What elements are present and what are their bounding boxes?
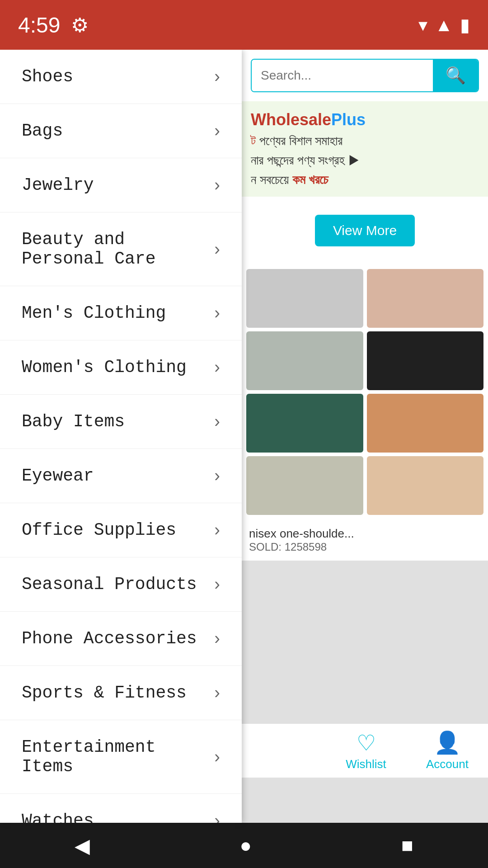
chevron-phone-icon: › — [214, 629, 220, 648]
product-sold: SOLD: 1258598 — [249, 541, 481, 553]
chevron-entertainment-icon: › — [214, 747, 220, 767]
sidebar-item-office-label: Office Supplies — [22, 520, 176, 540]
banner-text-3: ন সবচেয়ে কম খরচে — [251, 173, 479, 188]
chevron-sports-icon: › — [214, 683, 220, 703]
chevron-bags-icon: › — [214, 121, 220, 141]
sidebar-item-entertainment-label: Entertainment Items — [22, 737, 214, 776]
sidebar-item-beauty[interactable]: Beauty and Personal Care › — [0, 212, 242, 286]
battery-icon: ▮ — [460, 14, 470, 35]
search-input[interactable] — [252, 60, 433, 91]
chevron-eyewear-icon: › — [214, 466, 220, 486]
sidebar-item-sports-fitness[interactable]: Sports & Fitness › — [0, 666, 242, 720]
view-more-button[interactable]: View More — [315, 215, 415, 246]
right-panel: 🔍 WholesalePlus ট পণ্যের বিশাল সমাহার না… — [242, 50, 488, 823]
chevron-seasonal-icon: › — [214, 575, 220, 594]
back-button[interactable]: ◀ — [75, 834, 90, 857]
sidebar-item-phone-label: Phone Accessories — [22, 629, 197, 648]
banner-area: WholesalePlus ট পণ্যের বিশাল সমাহার নার … — [242, 101, 488, 197]
product-card[interactable]: nisex one-shoulde... SOLD: 1258598 — [242, 519, 488, 561]
product-image-8 — [367, 456, 484, 515]
sidebar-item-shoes-label: Shoes — [22, 67, 73, 86]
sidebar-item-beauty-label: Beauty and Personal Care — [22, 230, 214, 269]
product-image-5 — [246, 394, 363, 453]
chevron-office-icon: › — [214, 520, 220, 540]
sidebar-drawer: Shoes › Bags › Jewelry › Beauty and Pers… — [0, 50, 242, 823]
sidebar-item-mens-label: Men's Clothing — [22, 303, 166, 323]
sidebar-item-office-supplies[interactable]: Office Supplies › — [0, 503, 242, 557]
sidebar-item-bags-label: Bags — [22, 121, 63, 141]
sidebar-item-womens-label: Women's Clothing — [22, 358, 187, 377]
sidebar-item-baby-items[interactable]: Baby Items › — [0, 395, 242, 449]
bottom-nav: ♡ Wishlist 👤 Account — [242, 723, 488, 778]
product-title: nisex one-shoulde... — [249, 527, 481, 541]
account-label: Account — [426, 757, 469, 771]
sidebar-item-mens-clothing[interactable]: Men's Clothing › — [0, 286, 242, 340]
brand-logo: WholesalePlus — [251, 110, 479, 129]
status-right: ▾ ▲ ▮ — [418, 14, 470, 35]
chevron-beauty-icon: › — [214, 240, 220, 259]
sidebar-item-phone-accessories[interactable]: Phone Accessories › — [0, 612, 242, 666]
sidebar-item-watches[interactable]: Watches › — [0, 794, 242, 823]
sidebar-item-eyewear-label: Eyewear — [22, 466, 94, 486]
chevron-mens-icon: › — [214, 303, 220, 323]
sidebar-item-entertainment[interactable]: Entertainment Items › — [0, 720, 242, 794]
wishlist-icon: ♡ — [357, 730, 376, 755]
product-image-7 — [246, 456, 363, 515]
account-icon: 👤 — [434, 730, 461, 755]
chevron-jewelry-icon: › — [214, 175, 220, 195]
status-bar: 4:59 ⚙ ▾ ▲ ▮ — [0, 0, 488, 50]
search-button[interactable]: 🔍 — [433, 60, 478, 91]
sidebar-item-watches-label: Watches — [22, 811, 94, 823]
sidebar-item-jewelry-label: Jewelry — [22, 175, 94, 195]
sidebar-item-sports-label: Sports & Fitness — [22, 683, 187, 703]
sidebar-item-jewelry[interactable]: Jewelry › — [0, 158, 242, 212]
sidebar-item-shoes[interactable]: Shoes › — [0, 50, 242, 104]
product-image-3 — [246, 331, 363, 390]
search-area: 🔍 — [242, 50, 488, 101]
status-time: 4:59 — [18, 13, 60, 38]
chevron-baby-icon: › — [214, 412, 220, 431]
chevron-womens-icon: › — [214, 358, 220, 377]
android-navbar: ◀ ● ■ — [0, 823, 488, 868]
search-icon: 🔍 — [446, 66, 466, 85]
product-image-6 — [367, 394, 484, 453]
sidebar-item-seasonal-label: Seasonal Products — [22, 575, 197, 594]
product-image-1 — [246, 269, 363, 328]
recent-button[interactable]: ■ — [401, 834, 413, 857]
wifi-icon: ▾ — [418, 14, 427, 35]
banner-text-1: ট পণ্যের বিশাল সমাহার — [251, 134, 479, 149]
product-image-4 — [367, 331, 484, 390]
search-bar: 🔍 — [251, 59, 479, 92]
wishlist-label: Wishlist — [346, 757, 386, 771]
settings-icon: ⚙ — [71, 14, 89, 37]
sidebar-item-baby-label: Baby Items — [22, 412, 125, 431]
sidebar-item-womens-clothing[interactable]: Women's Clothing › — [0, 340, 242, 395]
sidebar-item-bags[interactable]: Bags › — [0, 104, 242, 158]
product-image-2 — [367, 269, 484, 328]
product-grid — [242, 264, 488, 519]
nav-wishlist[interactable]: ♡ Wishlist — [325, 724, 407, 778]
chevron-shoes-icon: › — [214, 67, 220, 86]
banner-text-2: নার পছন্দের পণ্য সংগ্রহ ▶ — [251, 153, 479, 168]
signal-icon: ▲ — [435, 15, 453, 35]
status-left: 4:59 ⚙ — [18, 13, 89, 38]
home-button[interactable]: ● — [239, 834, 252, 857]
chevron-watches-icon: › — [214, 811, 220, 823]
sidebar-item-eyewear[interactable]: Eyewear › — [0, 449, 242, 503]
nav-account[interactable]: 👤 Account — [407, 724, 488, 778]
main-layout: Shoes › Bags › Jewelry › Beauty and Pers… — [0, 50, 488, 823]
sidebar-item-seasonal-products[interactable]: Seasonal Products › — [0, 557, 242, 612]
